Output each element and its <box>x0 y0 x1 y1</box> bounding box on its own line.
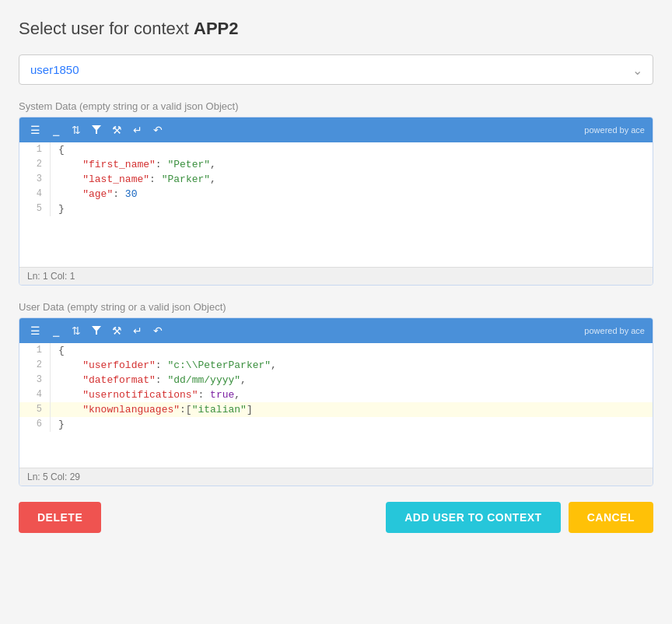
svg-marker-0 <box>92 125 101 134</box>
add-user-button[interactable]: ADD USER TO CONTEXT <box>386 502 560 533</box>
table-row: 3 "last_name": "Parker", <box>19 172 653 187</box>
user-data-status: Ln: 5 Col: 29 <box>19 468 653 486</box>
user-data-editor: ☰ ⎯ ⇅ ⚒ ↵ ↶ powered by ace 1 { 2 "userfo… <box>19 317 653 486</box>
table-row: 4 "age": 30 <box>19 187 653 202</box>
title-app: APP2 <box>194 19 238 38</box>
undo-icon[interactable]: ↵ <box>130 122 145 138</box>
sort-icon[interactable]: ⇅ <box>68 323 84 338</box>
filter-icon[interactable] <box>89 124 104 136</box>
user-toolbar-icons: ☰ ⎯ ⇅ ⚒ ↵ ↶ <box>27 323 166 338</box>
redo-icon[interactable]: ↶ <box>150 323 166 338</box>
system-data-toolbar: ☰ ⎯ ⇅ ⚒ ↵ ↶ powered by ace <box>19 117 653 142</box>
table-row: 2 "userfolder": "c:\\PeterParker", <box>19 358 653 373</box>
table-row: 5 "knownlanguages":["italian"] <box>19 402 653 417</box>
system-data-status: Ln: 1 Col: 1 <box>19 267 653 285</box>
redo-icon[interactable]: ↶ <box>150 122 166 138</box>
align-left-icon[interactable]: ☰ <box>27 122 44 138</box>
user-data-label: User Data (empty string or a valid json … <box>19 301 653 313</box>
sort-icon[interactable]: ⇅ <box>68 122 84 138</box>
align-center-icon[interactable]: ⎯ <box>48 323 64 338</box>
cancel-button[interactable]: CANCEL <box>569 502 653 533</box>
title-prefix: Select user for context <box>19 19 189 38</box>
table-row: 3 "dateformat": "dd/mm/yyyy", <box>19 373 653 387</box>
table-row: 4 "usernotifications": true, <box>19 387 653 402</box>
table-row: 1 { <box>19 142 653 157</box>
wrench-icon[interactable]: ⚒ <box>109 323 125 338</box>
align-left-icon[interactable]: ☰ <box>27 323 44 338</box>
undo-icon[interactable]: ↵ <box>130 323 145 338</box>
table-row: 1 { <box>19 343 653 358</box>
system-toolbar-icons: ☰ ⎯ ⇅ ⚒ ↵ ↶ <box>27 122 166 138</box>
system-powered-label: powered by ace <box>584 125 645 135</box>
user-data-toolbar: ☰ ⎯ ⇅ ⚒ ↵ ↶ powered by ace <box>19 318 653 343</box>
align-center-icon[interactable]: ⎯ <box>48 122 64 138</box>
table-row: 5 } <box>19 202 653 216</box>
wrench-icon[interactable]: ⚒ <box>109 122 125 138</box>
system-data-code[interactable]: 1 { 2 "first_name": "Peter", 3 "last_nam… <box>19 142 653 267</box>
page-title: Select user for context APP2 <box>19 19 653 39</box>
action-bar-right: ADD USER TO CONTEXT CANCEL <box>386 502 653 533</box>
table-row: 2 "first_name": "Peter", <box>19 157 653 172</box>
user-data-code[interactable]: 1 { 2 "userfolder": "c:\\PeterParker", 3… <box>19 343 653 468</box>
svg-marker-1 <box>92 326 101 335</box>
table-row: 6 } <box>19 417 653 432</box>
system-data-label: System Data (empty string or a valid jso… <box>19 100 653 112</box>
user-select-wrapper: user1850 user1851 user1852 ⌄ <box>19 54 653 85</box>
user-select[interactable]: user1850 user1851 user1852 <box>19 54 653 85</box>
system-data-editor: ☰ ⎯ ⇅ ⚒ ↵ ↶ powered by ace 1 { 2 "first_… <box>19 117 653 286</box>
delete-button[interactable]: DELETE <box>19 502 101 533</box>
user-powered-label: powered by ace <box>584 326 645 335</box>
filter-icon[interactable] <box>89 324 104 337</box>
action-bar: DELETE ADD USER TO CONTEXT CANCEL <box>19 502 653 533</box>
